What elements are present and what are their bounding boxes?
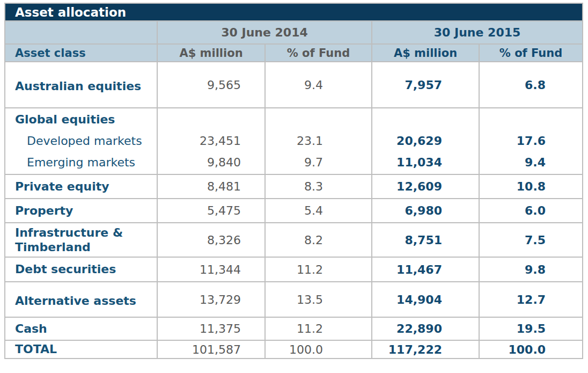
asset-class-label: Infrastructure & Timberland [5, 223, 157, 257]
column-header-amount-2015: A$ million [372, 44, 479, 62]
value-2015-percent: 9.8 [479, 257, 583, 282]
value-2014-amount: 11,375 [157, 317, 265, 340]
value-2015-amount: 11,467 [372, 257, 479, 282]
sub-label: Developed markets [15, 130, 156, 152]
value-2014-percent: 8.3 [265, 174, 372, 199]
value-2014-percent: 11.2 [265, 317, 372, 340]
value-2014-amount: 11,344 [157, 257, 265, 282]
column-header-percent-2015: % of Fund [479, 44, 583, 62]
asset-class-group-labels: Global equities Developed markets Emergi… [5, 108, 157, 174]
value-2015-amount: 12,609 [372, 174, 479, 199]
value-2015-percent: 10.8 [479, 174, 583, 199]
column-header-row: Asset class A$ million % of Fund A$ mill… [5, 44, 583, 62]
value-2014-percent: 5.4 [265, 199, 372, 223]
value-2014-amount: 101,587 [157, 340, 265, 359]
spacer-cell [5, 21, 157, 44]
value-2014-amount: 9,565 [157, 62, 265, 108]
value-2014-percent: 23.1 9.7 [265, 108, 372, 174]
table-row: Cash 11,375 11.2 22,890 19.5 [5, 317, 583, 340]
value-2015-percent: 12.7 [479, 282, 583, 317]
value-2015-amount: 20,629 11,034 [372, 108, 479, 174]
value-2014-percent: 13.5 [265, 282, 372, 317]
table-row: Debt securities 11,344 11.2 11,467 9.8 [5, 257, 583, 282]
value-2015-amount: 6,980 [372, 199, 479, 223]
value-2014-amount: 5,475 [157, 199, 265, 223]
value-2014-percent: 9.4 [265, 62, 372, 108]
value-2015-amount: 8,751 [372, 223, 479, 257]
value-2014-amount: 23,451 9,840 [157, 108, 265, 174]
asset-class-label: Australian equities [5, 62, 157, 108]
value-2015-percent: 100.0 [479, 340, 583, 359]
asset-class-label: Alternative assets [5, 282, 157, 317]
table-row: Private equity 8,481 8.3 12,609 10.8 [5, 174, 583, 199]
value-2015-percent: 19.5 [479, 317, 583, 340]
asset-class-label: Private equity [5, 174, 157, 199]
asset-allocation-table: Asset allocation 30 June 2014 30 June 20… [4, 3, 583, 359]
table-row: Alternative assets 13,729 13.5 14,904 12… [5, 282, 583, 317]
table-row-total: TOTAL 101,587 100.0 117,222 100.0 [5, 340, 583, 359]
table-row: Australian equities 9,565 9.4 7,957 6.8 [5, 62, 583, 108]
value-2015-amount: 14,904 [372, 282, 479, 317]
value-2014-percent: 11.2 [265, 257, 372, 282]
table-row-group: Global equities Developed markets Emergi… [5, 108, 583, 174]
asset-class-label: Debt securities [5, 257, 157, 282]
asset-class-label: TOTAL [5, 340, 157, 359]
table-title: Asset allocation [5, 3, 583, 21]
value-2014-amount: 8,326 [157, 223, 265, 257]
value-2015-percent: 7.5 [479, 223, 583, 257]
column-header-asset-class: Asset class [5, 44, 157, 62]
table-title-row: Asset allocation [5, 3, 583, 21]
asset-class-label: Cash [5, 317, 157, 340]
table-row: Infrastructure & Timberland 8,326 8.2 8,… [5, 223, 583, 257]
value-2014-percent: 8.2 [265, 223, 372, 257]
group-label: Global equities [15, 109, 156, 130]
value-2015-amount: 22,890 [372, 317, 479, 340]
value-2015-percent: 6.0 [479, 199, 583, 223]
value-2014-amount: 13,729 [157, 282, 265, 317]
period-header-2014: 30 June 2014 [157, 21, 372, 44]
value-2015-amount: 7,957 [372, 62, 479, 108]
value-2014-percent: 100.0 [265, 340, 372, 359]
value-2015-percent: 17.6 9.4 [479, 108, 583, 174]
period-header-2015: 30 June 2015 [372, 21, 583, 44]
document-page: Asset allocation 30 June 2014 30 June 20… [0, 0, 588, 373]
column-header-percent-2014: % of Fund [265, 44, 372, 62]
value-2014-amount: 8,481 [157, 174, 265, 199]
column-header-amount-2014: A$ million [157, 44, 265, 62]
asset-class-label: Property [5, 199, 157, 223]
period-header-row: 30 June 2014 30 June 2015 [5, 21, 583, 44]
value-2015-percent: 6.8 [479, 62, 583, 108]
sub-label: Emerging markets [15, 152, 156, 173]
value-2015-amount: 117,222 [372, 340, 479, 359]
table-row: Property 5,475 5.4 6,980 6.0 [5, 199, 583, 223]
